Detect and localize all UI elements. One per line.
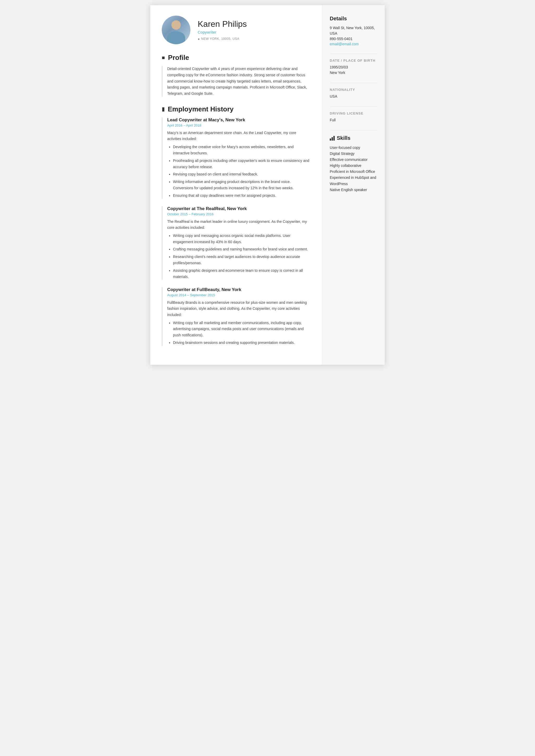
list-item: Writing informative and engaging product… xyxy=(173,179,311,191)
skills-title: Skills xyxy=(330,135,378,141)
list-item: Revising copy based on client and intern… xyxy=(173,171,311,177)
job-title: Lead Copywriter at Macy's, New York xyxy=(167,118,311,122)
job-description: FullBeauty Brands is a comprehensive res… xyxy=(167,300,311,318)
list-item: Driving brainstorm sessions and creating… xyxy=(173,340,311,346)
avatar xyxy=(162,15,190,44)
details-title: Details xyxy=(330,15,378,22)
nationality-section: NATIONALITY USA xyxy=(330,88,378,99)
dob-section: DATE / PLACE OF BIRTH 1995/20/03 New Yor… xyxy=(330,59,378,75)
divider-3 xyxy=(330,106,378,107)
profile-text: Detail-oriented Copywriter with 4 years … xyxy=(162,66,311,97)
job-title: Copywriter at FullBeauty, New York xyxy=(167,287,311,292)
job-item: Copywriter at The RealReal, New YorkOcto… xyxy=(162,206,311,280)
bar-chart-icon xyxy=(330,136,335,141)
skill-item: User-focused copy xyxy=(330,145,378,151)
list-item: Proofreading all projects including othe… xyxy=(173,158,311,170)
resume-header: Karen Philips Copywriter ● NEW YORK, 100… xyxy=(162,15,311,44)
job-item: Lead Copywriter at Macy's, New YorkApril… xyxy=(162,118,311,199)
license-value: Full xyxy=(330,118,378,123)
location-icon: ● xyxy=(198,37,200,41)
profile-section-title: ■ Profile xyxy=(162,54,311,62)
employment-section: ▮ Employment History Lead Copywriter at … xyxy=(162,105,311,346)
divider-1 xyxy=(330,54,378,54)
header-info: Karen Philips Copywriter ● NEW YORK, 100… xyxy=(198,19,311,41)
phone: 890-555-0401 xyxy=(330,36,378,42)
skill-item: Effective communicator xyxy=(330,157,378,163)
birthplace-value: New York xyxy=(330,70,378,75)
resume-page: Karen Philips Copywriter ● NEW YORK, 100… xyxy=(150,5,385,365)
candidate-name: Karen Philips xyxy=(198,19,311,29)
jobs-container: Lead Copywriter at Macy's, New YorkApril… xyxy=(162,118,311,346)
skill-item: Digital Strategy xyxy=(330,151,378,157)
nationality-label: NATIONALITY xyxy=(330,88,378,92)
person-icon: ■ xyxy=(162,55,165,61)
job-dates: August 2014 – September 2015 xyxy=(167,293,311,297)
employment-section-title: ▮ Employment History xyxy=(162,105,311,113)
email-link[interactable]: email@email.com xyxy=(330,42,359,46)
skills-section: Skills User-focused copyDigital Strategy… xyxy=(330,135,378,193)
license-section: DRIVING LICENSE Full xyxy=(330,111,378,123)
address: 9 Wall St, New York, 10005, USA xyxy=(330,25,378,36)
job-bullets: Developing the creative voice for Macy's… xyxy=(167,144,311,199)
job-title: Copywriter at The RealReal, New York xyxy=(167,206,311,211)
divider-2 xyxy=(330,83,378,83)
job-item: Copywriter at FullBeauty, New YorkAugust… xyxy=(162,287,311,346)
avatar-image xyxy=(162,15,190,44)
job-bullets: Writing copy and messaging across organi… xyxy=(167,233,311,280)
job-dates: October 2015 – February 2016 xyxy=(167,212,311,216)
job-description: The RealReal is the market leader in onl… xyxy=(167,219,311,231)
profile-section: ■ Profile Detail-oriented Copywriter wit… xyxy=(162,54,311,97)
sidebar: Details 9 Wall St, New York, 10005, USA … xyxy=(322,5,385,365)
list-item: Ensuring that all copy deadlines were me… xyxy=(173,193,311,199)
list-item: Writing copy and messaging across organi… xyxy=(173,233,311,245)
job-dates: April 2016 – April 2018 xyxy=(167,123,311,127)
skill-item: Experienced in HubSpot and WordPress xyxy=(330,175,378,187)
list-item: Developing the creative voice for Macy's… xyxy=(173,144,311,156)
list-item: Researching client's needs and target au… xyxy=(173,254,311,266)
skill-item: Proficient in Microsoft Office xyxy=(330,169,378,175)
list-item: Crafting messaging guidelines and naming… xyxy=(173,246,311,253)
divider-4 xyxy=(330,130,378,130)
nationality-value: USA xyxy=(330,94,378,99)
briefcase-icon: ▮ xyxy=(162,106,165,112)
dob-value: 1995/20/03 xyxy=(330,65,378,70)
job-description: Macy's is an American department store c… xyxy=(167,130,311,142)
skills-list: User-focused copyDigital StrategyEffecti… xyxy=(330,145,378,193)
list-item: Writing copy for all marketing and membe… xyxy=(173,320,311,338)
main-column: Karen Philips Copywriter ● NEW YORK, 100… xyxy=(150,5,322,365)
details-section: Details 9 Wall St, New York, 10005, USA … xyxy=(330,15,378,46)
candidate-title: Copywriter xyxy=(198,30,311,34)
job-bullets: Writing copy for all marketing and membe… xyxy=(167,320,311,346)
skill-item: Highly collaborative xyxy=(330,163,378,169)
dob-label: DATE / PLACE OF BIRTH xyxy=(330,59,378,63)
candidate-location: ● NEW YORK, 10005, USA xyxy=(198,37,311,41)
skill-item: Native English speaker xyxy=(330,187,378,193)
list-item: Assisting graphic designers and ecommerc… xyxy=(173,268,311,280)
license-label: DRIVING LICENSE xyxy=(330,111,378,115)
